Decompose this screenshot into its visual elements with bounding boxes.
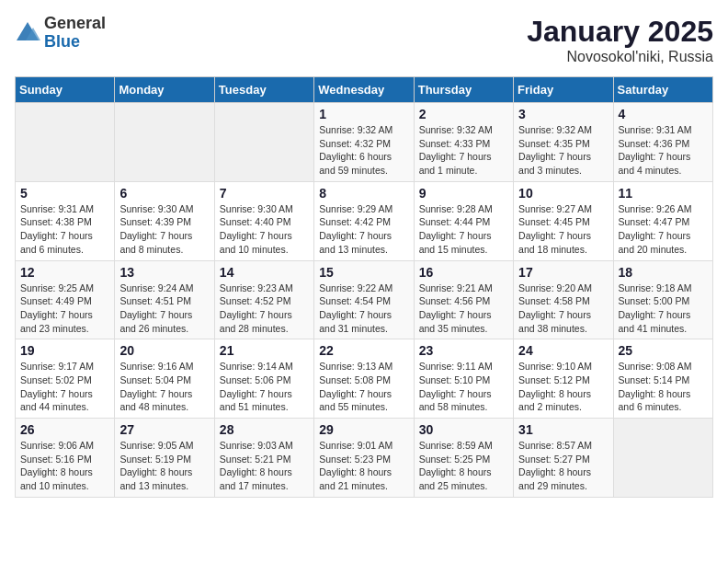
weekday-header: Tuesday: [214, 77, 313, 103]
day-number: 16: [419, 265, 508, 280]
weekday-header: Wednesday: [314, 77, 414, 103]
day-number: 8: [319, 186, 408, 201]
day-number: 31: [518, 422, 608, 437]
day-number: 3: [518, 107, 608, 121]
day-info: Sunrise: 9:08 AMSunset: 5:14 PMDaylight:…: [619, 360, 708, 414]
logo: General Blue: [15, 15, 106, 52]
day-info: Sunrise: 9:03 AMSunset: 5:21 PMDaylight:…: [220, 439, 309, 493]
calendar-cell: 1Sunrise: 9:32 AMSunset: 4:32 PMDaylight…: [314, 103, 414, 182]
weekday-header: Thursday: [414, 77, 513, 103]
day-number: 19: [20, 343, 109, 358]
calendar-cell: 12Sunrise: 9:25 AMSunset: 4:49 PMDayligh…: [16, 260, 115, 339]
calendar-cell: 28Sunrise: 9:03 AMSunset: 5:21 PMDayligh…: [214, 419, 313, 498]
day-info: Sunrise: 9:32 AMSunset: 4:33 PMDaylight:…: [419, 123, 508, 178]
day-number: 4: [619, 107, 708, 121]
calendar-cell: 7Sunrise: 9:30 AMSunset: 4:40 PMDaylight…: [214, 181, 313, 260]
calendar-cell: 22Sunrise: 9:13 AMSunset: 5:08 PMDayligh…: [314, 339, 414, 419]
day-info: Sunrise: 9:32 AMSunset: 4:32 PMDaylight:…: [319, 123, 408, 178]
day-number: 27: [119, 422, 209, 437]
day-info: Sunrise: 8:57 AMSunset: 5:27 PMDaylight:…: [518, 439, 608, 493]
day-number: 9: [419, 186, 508, 201]
day-number: 1: [319, 107, 408, 121]
day-info: Sunrise: 9:30 AMSunset: 4:39 PMDaylight:…: [119, 202, 209, 257]
calendar-cell: 9Sunrise: 9:28 AMSunset: 4:44 PMDaylight…: [414, 181, 513, 260]
calendar-cell: 23Sunrise: 9:11 AMSunset: 5:10 PMDayligh…: [414, 339, 513, 419]
day-number: 26: [20, 422, 109, 437]
day-info: Sunrise: 9:21 AMSunset: 4:56 PMDaylight:…: [419, 282, 508, 336]
day-number: 20: [119, 343, 209, 358]
calendar-cell: 13Sunrise: 9:24 AMSunset: 4:51 PMDayligh…: [115, 260, 214, 339]
day-info: Sunrise: 9:20 AMSunset: 4:58 PMDaylight:…: [518, 282, 608, 336]
day-info: Sunrise: 9:14 AMSunset: 5:06 PMDaylight:…: [220, 360, 309, 414]
title-section: January 2025 Novosokol'niki, Russia: [527, 15, 713, 65]
day-info: Sunrise: 9:22 AMSunset: 4:54 PMDaylight:…: [319, 282, 408, 336]
logo-icon: [15, 20, 40, 46]
weekday-header-row: SundayMondayTuesdayWednesdayThursdayFrid…: [16, 77, 713, 103]
day-number: 23: [419, 343, 508, 358]
day-info: Sunrise: 9:31 AMSunset: 4:38 PMDaylight:…: [20, 202, 109, 257]
day-number: 18: [619, 265, 708, 280]
day-info: Sunrise: 9:30 AMSunset: 4:40 PMDaylight:…: [220, 202, 309, 257]
day-info: Sunrise: 9:25 AMSunset: 4:49 PMDaylight:…: [20, 282, 109, 336]
calendar-cell: 31Sunrise: 8:57 AMSunset: 5:27 PMDayligh…: [514, 419, 613, 498]
weekday-header: Friday: [514, 77, 613, 103]
calendar-subtitle: Novosokol'niki, Russia: [527, 49, 713, 65]
day-info: Sunrise: 9:18 AMSunset: 5:00 PMDaylight:…: [619, 282, 708, 336]
logo-general-text: General: [44, 15, 106, 33]
day-number: 15: [319, 265, 408, 280]
calendar-cell: 24Sunrise: 9:10 AMSunset: 5:12 PMDayligh…: [514, 339, 613, 419]
calendar-cell: 5Sunrise: 9:31 AMSunset: 4:38 PMDaylight…: [16, 181, 115, 260]
calendar-table: SundayMondayTuesdayWednesdayThursdayFrid…: [15, 76, 713, 498]
day-info: Sunrise: 9:16 AMSunset: 5:04 PMDaylight:…: [119, 360, 209, 414]
day-number: 6: [119, 186, 209, 201]
day-info: Sunrise: 9:06 AMSunset: 5:16 PMDaylight:…: [20, 439, 109, 493]
day-number: 2: [419, 107, 508, 121]
day-number: 13: [119, 265, 209, 280]
day-info: Sunrise: 9:10 AMSunset: 5:12 PMDaylight:…: [518, 360, 608, 414]
day-number: 7: [220, 186, 309, 201]
day-number: 21: [220, 343, 309, 358]
day-info: Sunrise: 9:28 AMSunset: 4:44 PMDaylight:…: [419, 202, 508, 257]
day-number: 29: [319, 422, 408, 437]
day-info: Sunrise: 9:01 AMSunset: 5:23 PMDaylight:…: [319, 439, 408, 493]
calendar-cell: 8Sunrise: 9:29 AMSunset: 4:42 PMDaylight…: [314, 181, 414, 260]
calendar-cell: 25Sunrise: 9:08 AMSunset: 5:14 PMDayligh…: [613, 339, 712, 419]
calendar-cell: 15Sunrise: 9:22 AMSunset: 4:54 PMDayligh…: [314, 260, 414, 339]
calendar-cell: 20Sunrise: 9:16 AMSunset: 5:04 PMDayligh…: [115, 339, 214, 419]
day-number: 17: [518, 265, 608, 280]
day-info: Sunrise: 9:31 AMSunset: 4:36 PMDaylight:…: [619, 123, 708, 178]
calendar-cell: 3Sunrise: 9:32 AMSunset: 4:35 PMDaylight…: [514, 103, 613, 182]
calendar-cell: [613, 419, 712, 498]
day-number: 5: [20, 186, 109, 201]
calendar-cell: 29Sunrise: 9:01 AMSunset: 5:23 PMDayligh…: [314, 419, 414, 498]
calendar-cell: 2Sunrise: 9:32 AMSunset: 4:33 PMDaylight…: [414, 103, 513, 182]
calendar-week-row: 1Sunrise: 9:32 AMSunset: 4:32 PMDaylight…: [16, 103, 713, 182]
calendar-cell: 10Sunrise: 9:27 AMSunset: 4:45 PMDayligh…: [514, 181, 613, 260]
day-number: 12: [20, 265, 109, 280]
day-number: 30: [419, 422, 508, 437]
calendar-cell: 18Sunrise: 9:18 AMSunset: 5:00 PMDayligh…: [613, 260, 712, 339]
day-number: 28: [220, 422, 309, 437]
day-info: Sunrise: 9:26 AMSunset: 4:47 PMDaylight:…: [619, 202, 708, 257]
calendar-cell: 14Sunrise: 9:23 AMSunset: 4:52 PMDayligh…: [214, 260, 313, 339]
calendar-cell: 17Sunrise: 9:20 AMSunset: 4:58 PMDayligh…: [514, 260, 613, 339]
day-info: Sunrise: 9:27 AMSunset: 4:45 PMDaylight:…: [518, 202, 608, 257]
day-info: Sunrise: 9:32 AMSunset: 4:35 PMDaylight:…: [518, 123, 608, 178]
calendar-cell: 4Sunrise: 9:31 AMSunset: 4:36 PMDaylight…: [613, 103, 712, 182]
day-number: 14: [220, 265, 309, 280]
weekday-header: Monday: [115, 77, 214, 103]
day-number: 25: [619, 343, 708, 358]
calendar-cell: 27Sunrise: 9:05 AMSunset: 5:19 PMDayligh…: [115, 419, 214, 498]
calendar-week-row: 26Sunrise: 9:06 AMSunset: 5:16 PMDayligh…: [16, 419, 713, 498]
day-info: Sunrise: 8:59 AMSunset: 5:25 PMDaylight:…: [419, 439, 508, 493]
day-info: Sunrise: 9:23 AMSunset: 4:52 PMDaylight:…: [220, 282, 309, 336]
calendar-cell: [16, 103, 115, 182]
day-info: Sunrise: 9:13 AMSunset: 5:08 PMDaylight:…: [319, 360, 408, 414]
calendar-title: January 2025: [527, 15, 713, 49]
day-number: 11: [619, 186, 708, 201]
day-info: Sunrise: 9:24 AMSunset: 4:51 PMDaylight:…: [119, 282, 209, 336]
day-info: Sunrise: 9:17 AMSunset: 5:02 PMDaylight:…: [20, 360, 109, 414]
calendar-week-row: 12Sunrise: 9:25 AMSunset: 4:49 PMDayligh…: [16, 260, 713, 339]
calendar-cell: 19Sunrise: 9:17 AMSunset: 5:02 PMDayligh…: [16, 339, 115, 419]
calendar-cell: 6Sunrise: 9:30 AMSunset: 4:39 PMDaylight…: [115, 181, 214, 260]
